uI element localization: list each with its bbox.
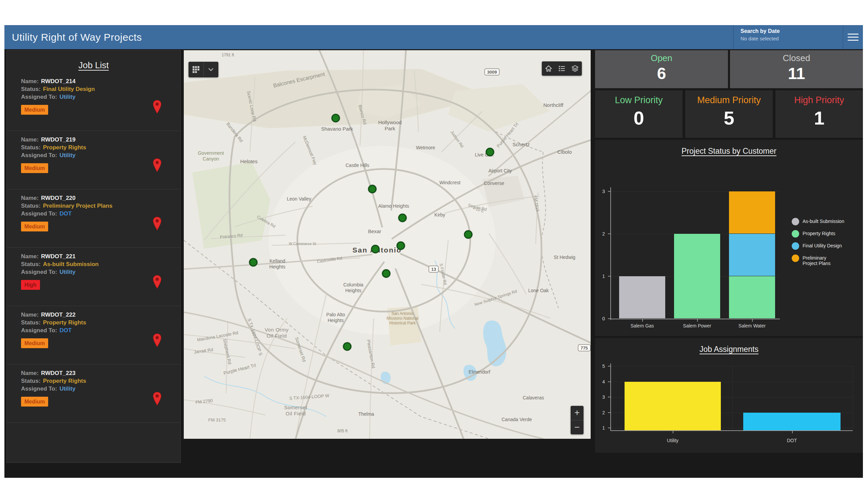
job-list-item[interactable]: Name:RWDOT_222 Status:Property Rights As… bbox=[7, 306, 180, 364]
x-axis bbox=[610, 430, 853, 431]
project-map-marker[interactable] bbox=[398, 214, 407, 222]
y-tick-label: 1 bbox=[602, 425, 608, 431]
priority-badge: Medium bbox=[21, 163, 48, 173]
map-panel[interactable]: 1791 ftBalcones EscarpmentScenic Loop Rd… bbox=[184, 50, 591, 439]
map-pin-icon[interactable] bbox=[153, 275, 162, 289]
y-tick bbox=[608, 318, 610, 319]
chart-title: Job Assignments bbox=[595, 345, 863, 354]
open-indicator: Open 6 bbox=[595, 50, 728, 88]
bar[interactable] bbox=[743, 413, 841, 431]
job-list-item[interactable]: Name:RWDOT_221 Status:As-built Submissio… bbox=[7, 248, 180, 306]
low-priority-value: 0 bbox=[595, 107, 683, 129]
x-tick bbox=[792, 431, 793, 433]
y-tick-label: 3 bbox=[602, 394, 608, 400]
assigned-label: Assigned To: bbox=[21, 269, 57, 275]
job-name: RWDOT_214 bbox=[41, 78, 76, 84]
basemap-gallery-button[interactable] bbox=[189, 62, 204, 77]
chart-legend: As-built SubmissionProperty RightsFinal … bbox=[792, 218, 844, 271]
legend-entry: Final Utility Design bbox=[792, 242, 844, 250]
map-pin-icon[interactable] bbox=[153, 333, 162, 347]
project-map-marker[interactable] bbox=[464, 230, 473, 239]
name-label: Name: bbox=[21, 253, 39, 260]
bar[interactable] bbox=[625, 382, 721, 431]
job-status: Property Rights bbox=[43, 378, 86, 384]
legend-button[interactable] bbox=[556, 62, 568, 75]
name-label: Name: bbox=[21, 312, 39, 318]
y-tick bbox=[608, 276, 610, 277]
name-label: Name: bbox=[21, 136, 39, 143]
project-map-marker[interactable] bbox=[397, 242, 405, 250]
search-by-date-selector[interactable]: Search by Date No date selected bbox=[733, 25, 843, 49]
open-label: Open bbox=[595, 53, 728, 63]
basemap-expand-button[interactable] bbox=[204, 62, 219, 77]
y-axis bbox=[610, 363, 611, 431]
legend-entry: Property Rights bbox=[792, 230, 844, 238]
bar-segment[interactable] bbox=[674, 234, 720, 318]
name-label: Name: bbox=[21, 78, 39, 84]
page-title: Utility Right of Way Projects bbox=[12, 32, 142, 43]
project-map-marker[interactable] bbox=[382, 269, 391, 278]
bar-segment[interactable] bbox=[729, 276, 775, 318]
priority-badge: Medium bbox=[21, 338, 48, 348]
job-list: Name:RWDOT_214 Status:Final Utility Desi… bbox=[7, 73, 180, 423]
zoom-out-button[interactable]: − bbox=[571, 420, 584, 435]
y-tick-label: 1 bbox=[602, 274, 608, 279]
map-pin-icon[interactable] bbox=[153, 158, 162, 172]
map-pin-icon[interactable] bbox=[153, 100, 162, 114]
job-name: RWDOT_222 bbox=[41, 312, 76, 318]
job-list-item[interactable]: Name:RWDOT_214 Status:Final Utility Desi… bbox=[7, 73, 180, 131]
job-status: Property Rights bbox=[43, 319, 86, 326]
project-map-marker[interactable] bbox=[249, 258, 258, 267]
basemap-icon bbox=[192, 66, 200, 73]
map-basemap bbox=[184, 50, 591, 439]
search-by-date-value: No date selected bbox=[741, 36, 834, 41]
legend-entry: As-built Submission bbox=[792, 218, 844, 225]
name-label: Name: bbox=[21, 195, 39, 201]
status-label: Status: bbox=[21, 86, 41, 92]
map-pin-icon[interactable] bbox=[153, 217, 162, 231]
job-list-item[interactable]: Name:RWDOT_220 Status:Preliminary Projec… bbox=[7, 189, 180, 248]
medium-priority-value: 5 bbox=[685, 107, 773, 129]
legend-label: Preliminary Project Plans bbox=[803, 255, 830, 266]
y-tick bbox=[608, 412, 610, 413]
x-tick bbox=[673, 431, 673, 433]
hamburger-menu-icon[interactable] bbox=[843, 25, 863, 49]
priority-badge: Medium bbox=[21, 222, 48, 231]
x-tick bbox=[752, 319, 753, 322]
category-label: Salem Water bbox=[738, 323, 766, 328]
project-map-marker[interactable] bbox=[368, 185, 377, 193]
y-tick bbox=[608, 381, 610, 382]
bar-segment[interactable] bbox=[619, 276, 665, 318]
job-status: As-built Submission bbox=[43, 261, 99, 267]
project-map-marker[interactable] bbox=[371, 245, 380, 253]
job-list-item[interactable]: Name:RWDOT_219 Status:Property Rights As… bbox=[7, 131, 180, 189]
y-tick-label: 5 bbox=[602, 363, 608, 369]
y-axis bbox=[610, 187, 611, 320]
right-column: Open 6 Closed 11 Low Priority 0 Medium P… bbox=[595, 50, 863, 453]
status-label: Status: bbox=[21, 378, 41, 384]
assigned-label: Assigned To: bbox=[21, 152, 57, 158]
zoom-in-button[interactable]: + bbox=[571, 406, 584, 420]
legend-icon bbox=[558, 65, 566, 72]
priority-badge: Medium bbox=[21, 105, 48, 115]
job-name: RWDOT_221 bbox=[41, 253, 76, 260]
closed-label: Closed bbox=[730, 53, 863, 63]
map-pin-icon[interactable] bbox=[153, 392, 162, 406]
bar-segment[interactable] bbox=[729, 234, 775, 276]
low-priority-indicator: Low Priority 0 bbox=[595, 90, 683, 138]
legend-swatch bbox=[792, 242, 799, 250]
job-assignments-chart: Job Assignments 54321UtilityDOT bbox=[595, 338, 863, 453]
job-name: RWDOT_219 bbox=[41, 136, 76, 143]
y-tick-label: 2 bbox=[602, 231, 608, 237]
project-map-marker[interactable] bbox=[343, 342, 352, 351]
legend-label: Property Rights bbox=[803, 230, 835, 236]
legend-label: Final Utility Design bbox=[803, 242, 842, 248]
project-map-marker[interactable] bbox=[486, 148, 494, 156]
job-list-item[interactable]: Name:RWDOT_223 Status:Property Rights As… bbox=[7, 364, 180, 423]
project-map-marker[interactable] bbox=[332, 114, 340, 123]
high-priority-value: 1 bbox=[775, 107, 863, 129]
layers-button[interactable] bbox=[569, 62, 581, 75]
bar-segment[interactable] bbox=[729, 191, 775, 233]
home-button[interactable] bbox=[543, 62, 554, 75]
legend-label: As-built Submission bbox=[803, 218, 844, 224]
